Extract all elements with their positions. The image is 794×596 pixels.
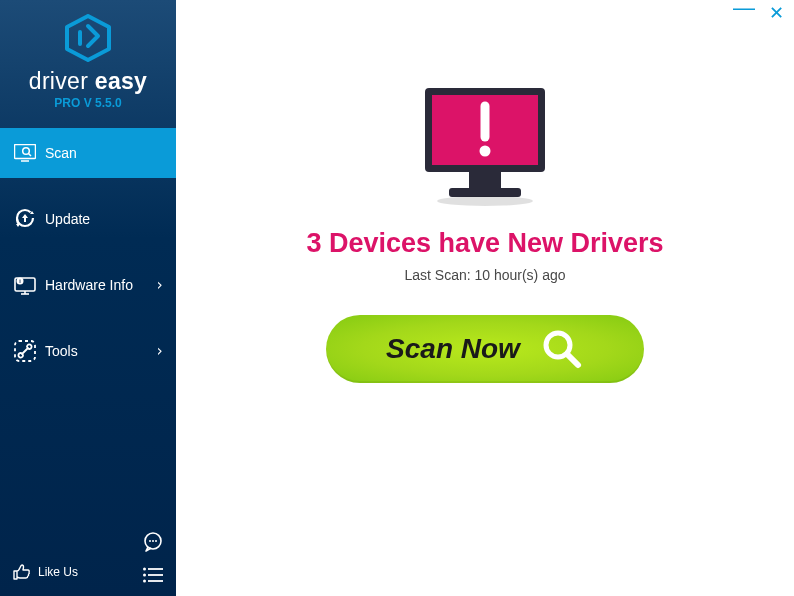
scan-button-label: Scan Now <box>386 333 520 365</box>
logo-area: driver easy PRO V 5.5.0 <box>0 0 176 120</box>
magnifier-icon <box>540 327 584 371</box>
svg-point-17 <box>143 568 146 571</box>
version-label: PRO V 5.5.0 <box>54 96 121 110</box>
svg-rect-26 <box>449 188 521 197</box>
app-logo-icon <box>61 14 115 62</box>
brand-name: driver easy <box>29 68 147 95</box>
main-content: 3 Devices have New Drivers Last Scan: 10… <box>176 0 794 596</box>
svg-point-29 <box>480 146 491 157</box>
brand-word-1: driver <box>29 68 88 94</box>
update-icon <box>12 208 38 230</box>
window-controls: — ✕ <box>733 6 784 20</box>
alert-headline: 3 Devices have New Drivers <box>306 228 663 259</box>
close-button[interactable]: ✕ <box>769 6 784 20</box>
brand-word-2: easy <box>95 68 147 94</box>
svg-point-2 <box>23 148 30 155</box>
scan-icon <box>12 144 38 162</box>
scan-now-button[interactable]: Scan Now <box>326 315 644 383</box>
last-scan-text: Last Scan: 10 hour(s) ago <box>404 267 565 283</box>
sidebar-item-label: Update <box>45 211 90 227</box>
like-us-button[interactable]: Like Us <box>12 562 78 582</box>
svg-point-21 <box>143 580 146 583</box>
sidebar-nav: Scan Update i Hardware Info › Tools <box>0 128 176 392</box>
svg-point-27 <box>437 196 533 206</box>
svg-rect-0 <box>15 145 36 159</box>
sidebar-item-label: Hardware Info <box>45 277 133 293</box>
sidebar-item-update[interactable]: Update <box>0 194 176 244</box>
svg-point-15 <box>152 540 154 542</box>
minimize-button[interactable]: — <box>733 1 755 15</box>
sidebar-footer: Like Us <box>0 548 176 596</box>
sidebar-item-label: Scan <box>45 145 77 161</box>
tools-icon <box>12 340 38 362</box>
alert-monitor-icon <box>415 82 555 210</box>
like-us-label: Like Us <box>38 565 78 579</box>
sidebar-item-hardware-info[interactable]: i Hardware Info › <box>0 260 176 310</box>
app-window: — ✕ driver easy PRO V 5.5.0 Scan <box>0 0 794 596</box>
hardware-info-icon: i <box>12 275 38 295</box>
thumbs-up-icon <box>12 562 32 582</box>
sidebar-item-tools[interactable]: Tools › <box>0 326 176 376</box>
chevron-right-icon: › <box>155 276 164 294</box>
svg-point-16 <box>155 540 157 542</box>
sidebar-item-scan[interactable]: Scan <box>0 128 176 178</box>
sidebar: driver easy PRO V 5.5.0 Scan Update <box>0 0 176 596</box>
svg-line-31 <box>567 354 578 365</box>
chevron-right-icon: › <box>155 342 164 360</box>
svg-marker-6 <box>16 224 20 227</box>
svg-line-3 <box>29 154 32 157</box>
svg-rect-25 <box>469 172 501 188</box>
sidebar-item-label: Tools <box>45 343 78 359</box>
feedback-icon[interactable] <box>142 531 164 557</box>
menu-list-icon[interactable] <box>142 567 164 587</box>
svg-point-14 <box>149 540 151 542</box>
svg-point-19 <box>143 574 146 577</box>
svg-marker-4 <box>22 214 28 222</box>
